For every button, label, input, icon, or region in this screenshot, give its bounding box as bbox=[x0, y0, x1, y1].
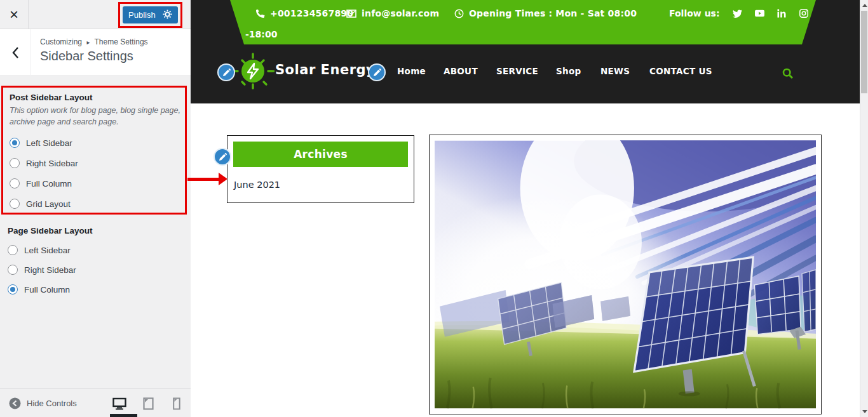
page-sidebar-section-title: Page Sidebar Layout bbox=[8, 226, 93, 235]
panel-header: Customizing ▸ Theme Settings Sidebar Set… bbox=[0, 29, 191, 76]
edit-menu-button[interactable] bbox=[368, 63, 386, 81]
desktop-icon bbox=[112, 397, 126, 410]
twitter-icon[interactable] bbox=[733, 9, 742, 18]
radio-label: Full Column bbox=[26, 179, 72, 189]
nav-item-contact-us[interactable]: CONTACT US bbox=[649, 66, 712, 76]
annotation-box-publish: Publish bbox=[118, 2, 182, 28]
post-image-frame bbox=[429, 135, 822, 414]
opening-times-text: Opening Times : Mon - Sat 08:00 bbox=[469, 8, 637, 18]
pencil-icon bbox=[373, 69, 381, 77]
radio-page-left-sidebar[interactable]: Left Sidebar bbox=[8, 245, 93, 255]
close-customizer-button[interactable]: × bbox=[0, 0, 29, 29]
customizer-footer: Hide Controls bbox=[0, 388, 191, 417]
radio-circle[interactable] bbox=[8, 284, 18, 295]
radio-label: Grid Layout bbox=[26, 199, 71, 209]
breadcrumb-root: Customizing bbox=[40, 37, 82, 46]
nav-item-home[interactable]: Home bbox=[397, 66, 426, 76]
search-button[interactable] bbox=[782, 67, 796, 81]
nav-item-service[interactable]: SERVICE bbox=[496, 66, 538, 76]
radio-label: Right Sidebar bbox=[26, 159, 78, 168]
scrollbar-down-arrow[interactable] bbox=[862, 410, 867, 413]
radio-label: Left Sidebar bbox=[24, 246, 71, 255]
radio-circle[interactable] bbox=[8, 265, 18, 275]
scrollbar-thumb[interactable] bbox=[861, 11, 867, 93]
close-icon: × bbox=[10, 6, 18, 23]
device-preview-switcher bbox=[112, 389, 184, 417]
page-title: Sidebar Settings bbox=[40, 49, 133, 63]
preview-scrollbar[interactable] bbox=[860, 0, 868, 417]
site-header: +001234567890 info@solar.com Opening Tim… bbox=[191, 0, 860, 103]
youtube-icon[interactable] bbox=[755, 9, 764, 18]
pencil-icon bbox=[222, 69, 231, 77]
page-sidebar-section: Page Sidebar Layout Left Sidebar Right S… bbox=[8, 226, 93, 295]
gear-icon[interactable] bbox=[163, 10, 172, 21]
radio-page-right-sidebar[interactable]: Right Sidebar bbox=[8, 265, 93, 275]
nav-item-shop[interactable]: Shop bbox=[556, 66, 581, 76]
radio-post-full-column[interactable]: Full Column bbox=[10, 178, 179, 189]
breadcrumb-section: Theme Settings bbox=[95, 37, 148, 46]
hide-controls-button[interactable]: Hide Controls bbox=[9, 389, 77, 417]
hide-controls-label: Hide Controls bbox=[27, 399, 77, 408]
envelope-icon bbox=[346, 10, 356, 18]
nav-item-about[interactable]: ABOUT bbox=[444, 66, 478, 76]
site-brand[interactable]: Solar Energy bbox=[275, 62, 375, 77]
nav-item-news[interactable]: NEWS bbox=[600, 66, 630, 76]
publish-button[interactable]: Publish bbox=[123, 6, 178, 23]
phone-link[interactable]: +001234567890 bbox=[255, 8, 353, 18]
radio-circle[interactable] bbox=[10, 138, 20, 148]
follow-us-label: Follow us: bbox=[669, 8, 720, 18]
radio-post-right-sidebar[interactable]: Right Sidebar bbox=[10, 158, 179, 168]
post-sidebar-description: This option work for blog page, blog sin… bbox=[10, 105, 182, 128]
opening-times: Opening Times : Mon - Sat 08:00 bbox=[454, 8, 637, 18]
radio-post-grid-layout[interactable]: Grid Layout bbox=[10, 199, 179, 209]
active-device-indicator bbox=[110, 414, 137, 417]
radio-label: Full Column bbox=[24, 285, 70, 295]
email-address: info@solar.com bbox=[362, 8, 439, 18]
pencil-icon bbox=[219, 153, 227, 161]
device-mobile-button[interactable] bbox=[169, 396, 184, 411]
instagram-icon[interactable] bbox=[799, 9, 809, 18]
annotation-box-post-sidebar: Post Sidebar Layout This option work for… bbox=[1, 86, 187, 215]
annotation-arrow-head bbox=[219, 173, 227, 185]
archive-link-june-2021[interactable]: June 2021 bbox=[234, 180, 280, 190]
clock-icon bbox=[454, 9, 464, 18]
radio-circle[interactable] bbox=[10, 199, 20, 209]
edit-widget-button[interactable] bbox=[214, 148, 231, 166]
customizer-header: × Publish bbox=[0, 0, 191, 29]
radio-circle[interactable] bbox=[10, 178, 20, 189]
breadcrumb-separator-icon: ▸ bbox=[86, 39, 90, 46]
chevron-left-icon bbox=[11, 46, 19, 59]
solar-logo-icon[interactable] bbox=[231, 51, 275, 91]
phone-icon bbox=[255, 9, 265, 18]
scrollbar-up-arrow[interactable] bbox=[862, 4, 867, 7]
publish-label: Publish bbox=[128, 10, 156, 20]
tablet-icon bbox=[143, 397, 154, 410]
search-icon bbox=[782, 67, 794, 80]
back-button[interactable] bbox=[0, 29, 31, 76]
radio-label: Right Sidebar bbox=[24, 265, 76, 275]
solar-panels-photo bbox=[435, 140, 816, 409]
post-sidebar-section-title: Post Sidebar Layout bbox=[10, 93, 179, 102]
phone-number: +001234567890 bbox=[270, 8, 353, 18]
email-link[interactable]: info@solar.com bbox=[346, 8, 439, 18]
top-contact-bar: +001234567890 info@solar.com Opening Tim… bbox=[230, 0, 816, 44]
radio-page-full-column[interactable]: Full Column bbox=[8, 284, 93, 295]
radio-circle[interactable] bbox=[10, 158, 20, 168]
opening-times-overflow: -18:00 bbox=[245, 29, 277, 39]
archives-widget: Archives June 2021 bbox=[227, 135, 414, 203]
radio-post-left-sidebar[interactable]: Left Sidebar bbox=[10, 138, 179, 148]
linkedin-icon[interactable] bbox=[777, 9, 787, 18]
site-preview: +001234567890 info@solar.com Opening Tim… bbox=[191, 0, 860, 417]
breadcrumb: Customizing ▸ Theme Settings bbox=[40, 37, 148, 46]
device-tablet-button[interactable] bbox=[140, 396, 156, 411]
social-links: Follow us: bbox=[669, 8, 809, 18]
radio-circle[interactable] bbox=[8, 245, 18, 255]
radio-label: Left Sidebar bbox=[26, 138, 72, 148]
collapse-circle-icon bbox=[9, 397, 21, 409]
archives-widget-title: Archives bbox=[233, 142, 408, 167]
device-desktop-button[interactable] bbox=[112, 396, 127, 411]
mobile-icon bbox=[173, 397, 180, 410]
customizer-sidebar: × Publish Custom bbox=[0, 0, 191, 417]
edit-logo-button[interactable] bbox=[217, 63, 235, 81]
annotation-arrow-line bbox=[187, 178, 219, 181]
